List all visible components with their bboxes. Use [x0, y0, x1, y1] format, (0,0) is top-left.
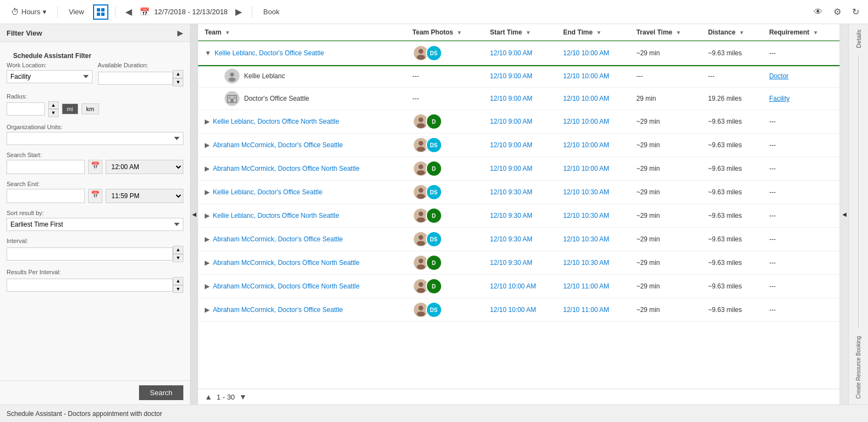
table-row[interactable]: ▶Kellie Leblanc, Doctors Office North Se…: [198, 110, 840, 134]
svg-point-18: [418, 188, 423, 193]
col-distance[interactable]: Distance ▼: [702, 24, 763, 41]
radius-mi-button[interactable]: mi: [62, 103, 78, 114]
search-start-date-input[interactable]: 12/10/2018: [7, 160, 85, 174]
col-travel[interactable]: Travel Time ▼: [630, 24, 702, 41]
expand-row-button[interactable]: ▶: [205, 118, 210, 125]
results-per-interval-down[interactable]: ▼: [173, 285, 183, 293]
svg-point-13: [416, 123, 425, 128]
travel-time-cell: ~29 min: [630, 157, 702, 181]
search-end-calendar-icon[interactable]: 📅: [88, 189, 102, 203]
table-row[interactable]: ▶Kellie Leblanc, Doctors Office North Se…: [198, 204, 840, 228]
team-name: Abraham McCormick, Doctor's Office Seatt…: [213, 306, 343, 314]
search-end-date-input[interactable]: 12/14/2018: [7, 189, 85, 203]
hours-button[interactable]: ⏱ Hours ▾: [7, 5, 51, 19]
search-end-time-select[interactable]: 11:59 PM: [106, 189, 184, 203]
page-up-button[interactable]: ▲: [205, 392, 212, 401]
eye-button[interactable]: 👁: [812, 5, 825, 19]
available-duration-up[interactable]: ▲: [173, 70, 183, 78]
table-row[interactable]: ▶Abraham McCormick, Doctors Office North…: [198, 251, 840, 275]
svg-point-19: [416, 194, 425, 199]
toolbar-right: 👁 ⚙ ↻: [812, 4, 861, 19]
start-time-cell: 12/10 9:00 AM: [483, 157, 557, 181]
team-name: Kellie Leblanc, Doctor's Office Seattle: [213, 188, 322, 196]
col-start[interactable]: Start Time ▼: [483, 24, 557, 41]
end-time-cell: 12/10 10:30 AM: [557, 228, 630, 251]
table-row[interactable]: ▶Kellie Leblanc, Doctor's Office Seattle…: [198, 181, 840, 204]
collapse-panel-button[interactable]: ▶: [177, 28, 183, 37]
results-per-interval-up[interactable]: ▲: [173, 277, 183, 285]
distance-cell: ~9.63 miles: [702, 41, 763, 65]
interval-label: Interval:: [7, 238, 183, 244]
col-photos[interactable]: Team Photos ▼: [406, 24, 484, 41]
settings-button[interactable]: ⚙: [831, 4, 843, 19]
avatar: D: [426, 207, 442, 224]
search-start-label: Search Start:: [7, 152, 183, 158]
radius-input[interactable]: 50: [7, 102, 45, 115]
clock-icon: ⏱: [11, 7, 19, 16]
results-per-interval-input[interactable]: 9: [7, 279, 173, 292]
sort-select[interactable]: Earliest Time First: [7, 218, 183, 231]
collapse-left-icon: ◀: [192, 211, 196, 217]
radius-up[interactable]: ▲: [48, 101, 59, 109]
expand-row-button[interactable]: ▶: [205, 235, 210, 243]
expand-row-button[interactable]: ▶: [205, 188, 210, 196]
start-time-cell: 12/10 9:30 AM: [483, 181, 557, 204]
interval-input[interactable]: 30 minutes: [7, 247, 173, 261]
interval-up[interactable]: ▲: [173, 246, 183, 254]
svg-rect-9: [230, 99, 234, 102]
radius-down[interactable]: ▼: [48, 109, 59, 117]
col-requirement[interactable]: Requirement ▼: [762, 24, 840, 41]
expand-row-button[interactable]: ▶: [205, 282, 210, 290]
radius-km-button[interactable]: km: [82, 103, 100, 114]
table-row[interactable]: ▶Abraham McCormick, Doctor's Office Seat…: [198, 228, 840, 251]
details-panel[interactable]: Details Create Resource Booking: [848, 24, 868, 404]
prev-date-button[interactable]: ◀: [122, 5, 135, 18]
book-button[interactable]: Book: [259, 5, 284, 18]
end-time-cell: 12/10 10:30 AM: [557, 181, 630, 204]
expand-row-button[interactable]: ▶: [205, 212, 210, 219]
search-start-time-select[interactable]: 12:00 AM: [106, 160, 184, 174]
sort-label: Sort result by:: [7, 210, 183, 216]
requirement-link[interactable]: Doctor: [769, 72, 788, 80]
work-location-select[interactable]: Facility: [7, 70, 92, 83]
requirement-link[interactable]: Facility: [769, 95, 789, 102]
hours-dropdown-icon: ▾: [43, 8, 47, 16]
table-row[interactable]: ▶Abraham McCormick, Doctor's Office Seat…: [198, 134, 840, 157]
distance-cell: ~9.63 miles: [702, 134, 763, 157]
expand-row-button[interactable]: ▶: [205, 306, 210, 314]
available-duration-input[interactable]: 1 hour: [98, 72, 173, 85]
col-team[interactable]: Team ▼: [198, 24, 406, 41]
interval-down[interactable]: ▼: [173, 254, 183, 262]
table-row[interactable]: ▶Abraham McCormick, Doctor's Office Seat…: [198, 298, 840, 322]
team-cell: ▶Abraham McCormick, Doctors Office North…: [198, 251, 406, 275]
search-start-calendar-icon[interactable]: 📅: [88, 160, 102, 174]
sub-photos-cell: ---: [406, 88, 484, 110]
grid-view-button[interactable]: [93, 4, 108, 20]
svg-rect-2: [97, 13, 100, 16]
table-row[interactable]: ▼Kellie Leblanc, Doctor's Office Seattle…: [198, 41, 840, 65]
sort-row: Sort result by: Earliest Time First: [7, 210, 183, 231]
avatar: DS: [426, 231, 442, 247]
refresh-button[interactable]: ↻: [850, 4, 861, 19]
next-date-button[interactable]: ▶: [232, 5, 245, 18]
distance-cell: ~9.63 miles: [702, 275, 763, 298]
expand-row-button[interactable]: ▶: [205, 141, 210, 149]
col-end[interactable]: End Time ▼: [557, 24, 630, 41]
mid-collapse-button[interactable]: ◀: [190, 24, 198, 404]
search-button[interactable]: Search: [139, 385, 183, 400]
travel-time-cell: ~29 min: [630, 275, 702, 298]
right-collapse-button[interactable]: ◀: [840, 24, 848, 404]
org-units-select[interactable]: [7, 132, 183, 145]
expand-row-button[interactable]: ▼: [205, 49, 211, 57]
table-row[interactable]: ▶Abraham McCormick, Doctors Office North…: [198, 157, 840, 181]
table-row[interactable]: ▶Abraham McCormick, Doctors Office North…: [198, 275, 840, 298]
available-duration-down[interactable]: ▼: [173, 78, 183, 86]
expand-row-button[interactable]: ▶: [205, 259, 210, 267]
view-button[interactable]: View: [65, 5, 89, 18]
expand-row-button[interactable]: ▶: [205, 165, 210, 172]
page-down-button[interactable]: ▼: [239, 392, 247, 401]
distance-cell: ~9.63 miles: [702, 228, 763, 251]
results-per-interval-spinner: 9 ▲ ▼: [7, 277, 183, 293]
end-time-cell: 12/10 10:30 AM: [557, 251, 630, 275]
start-time-cell: 12/10 10:00 AM: [483, 298, 557, 322]
